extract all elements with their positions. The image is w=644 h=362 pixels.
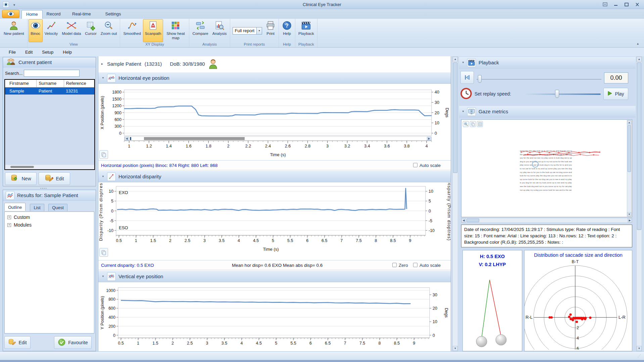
- gaze-vscrollbar[interactable]: ▲ ▼: [627, 120, 632, 217]
- main-vscrollbar[interactable]: ▲ ▼: [452, 56, 458, 351]
- gaze-viewport[interactable]: come see the play look up to cat not my …: [461, 119, 632, 217]
- ribbon-button-zoom-out[interactable]: Zoom out: [99, 19, 119, 42]
- panel2-header[interactable]: ▼ Horizontal disparity: [98, 171, 451, 182]
- patient-table-hscrollbar[interactable]: [5, 165, 94, 169]
- svg-text:10: 10: [433, 319, 437, 324]
- svg-text:Time (s): Time (s): [270, 152, 286, 157]
- ribbon-button-playback[interactable]: Playback: [296, 19, 316, 42]
- application-menu-button[interactable]: [2, 10, 19, 18]
- zero-checkbox[interactable]: [392, 263, 397, 267]
- column-header[interactable]: Firstname: [7, 80, 37, 87]
- autoscale2-checkbox[interactable]: [413, 263, 417, 267]
- ribbon-button-binoc[interactable]: Binoc: [29, 19, 43, 42]
- database-edit-icon: [45, 174, 53, 184]
- minimize-button[interactable]: [611, 1, 620, 7]
- collapse-panel3-icon[interactable]: ▼: [102, 275, 104, 278]
- expand-patient-icon[interactable]: ▼: [100, 62, 104, 65]
- app-window: ▼ Clinical Eye Tracker HomeRecordReal-ti…: [0, 0, 644, 362]
- svg-text:1800: 1800: [112, 90, 121, 95]
- edit-results-button[interactable]: Edit: [4, 336, 31, 349]
- menu-setup[interactable]: Setup: [38, 49, 57, 56]
- collapse-panel1-icon[interactable]: ▼: [102, 76, 104, 79]
- skip-to-start-button[interactable]: [460, 71, 474, 84]
- svg-text:-10: -10: [429, 228, 435, 233]
- ribbon-group-print-reports: Full report▼PrintPrint reports: [230, 19, 279, 47]
- svg-text:2.5: 2.5: [185, 238, 190, 243]
- svg-text:Disparity (Prism dioptres): Disparity (Prism dioptres): [99, 183, 103, 241]
- replay-speed-thumb[interactable]: [555, 90, 559, 98]
- favourite-button[interactable]: Favourite: [54, 336, 92, 349]
- ribbon-tab-record[interactable]: Record: [42, 10, 65, 19]
- results-tab-outline[interactable]: Outline: [4, 203, 26, 211]
- panel1-header[interactable]: ▼ Horizontal eye position: [98, 72, 451, 84]
- fit-screen-button[interactable]: [601, 1, 609, 7]
- panel3-header[interactable]: ▼ Vertical eye position: [98, 271, 451, 282]
- ribbon-button-compare[interactable]: Compare: [190, 19, 210, 42]
- svg-text:1000: 1000: [106, 288, 115, 293]
- svg-text:4: 4: [426, 144, 428, 148]
- playback-slider-thumb[interactable]: [478, 75, 482, 83]
- menu-help[interactable]: Help: [59, 49, 76, 56]
- column-header[interactable]: Reference: [64, 80, 94, 87]
- new-patient-db-button[interactable]: New: [5, 172, 37, 185]
- close-button[interactable]: [633, 1, 642, 7]
- ribbon-button-scanpath[interactable]: Scanpath: [143, 19, 163, 42]
- svg-text:3: 3: [326, 144, 329, 148]
- expand-node-icon[interactable]: +: [7, 223, 11, 227]
- ribbon-button-velocity[interactable]: Velocity: [43, 19, 60, 42]
- current-patient-panel: Current patient Search... FirstnameSurna…: [3, 57, 96, 186]
- svg-text:7.5: 7.5: [356, 238, 361, 243]
- ribbon-tab-settings[interactable]: Settings: [101, 10, 126, 19]
- replay-speed-track[interactable]: [522, 94, 601, 95]
- ribbon-tab-home[interactable]: Home: [21, 10, 43, 19]
- report-type-dropdown-icon[interactable]: ▼: [257, 27, 262, 35]
- expand-node-icon[interactable]: +: [7, 216, 11, 219]
- collapse-ribbon-icon[interactable]: ▼: [636, 42, 639, 46]
- collapse-playback-icon[interactable]: ▼: [462, 61, 464, 64]
- svg-text:3.6: 3.6: [384, 144, 390, 148]
- right-panel-scrollbar[interactable]: ▲ ▼: [636, 56, 642, 351]
- ribbon-button-smoothed[interactable]: Smoothed: [121, 19, 143, 42]
- svg-text:200: 200: [108, 324, 115, 329]
- playback-slider-track[interactable]: [477, 79, 601, 79]
- tree-item-modules[interactable]: +Modules: [7, 222, 94, 228]
- svg-text:4.5: 4.5: [256, 341, 262, 346]
- column-header[interactable]: Surname: [37, 80, 64, 87]
- app-icon[interactable]: [3, 1, 9, 9]
- gaze-hscrollbar[interactable]: ◀ ▶: [461, 218, 632, 223]
- tree-item-custom[interactable]: +Custom: [7, 215, 94, 220]
- collapse-gaze-icon[interactable]: ▼: [462, 110, 464, 113]
- gaze-metrics-header[interactable]: ▼ Gaze metrics: [459, 106, 636, 117]
- ribbon-button-cursor[interactable]: Cursor: [83, 19, 99, 42]
- ribbon-tab-real-time[interactable]: Real-time: [68, 10, 95, 19]
- search-input[interactable]: [24, 70, 80, 77]
- menu-edit[interactable]: Edit: [21, 49, 37, 56]
- ribbon-button-print[interactable]: Print: [263, 19, 278, 42]
- table-row[interactable]: SamplePatient13231: [5, 87, 94, 95]
- results-tab-list[interactable]: List: [30, 204, 44, 211]
- edit-patient-button[interactable]: Edit: [39, 172, 70, 185]
- svg-text:9: 9: [409, 238, 411, 243]
- ribbon-button-analysis[interactable]: Analysis: [210, 19, 229, 42]
- resize-grip[interactable]: ⋰: [638, 354, 641, 358]
- playback-header[interactable]: ▼ Playback: [459, 57, 636, 68]
- menu-file[interactable]: File: [5, 49, 20, 56]
- ribbon-button-help[interactable]: ?Help: [280, 19, 294, 42]
- results-tab-quest[interactable]: Quest: [48, 204, 67, 211]
- ribbon-button-new-patient[interactable]: New patient: [2, 19, 26, 42]
- quick-access-dropdown-icon[interactable]: ▼: [13, 3, 16, 7]
- playback-title: Playback: [479, 60, 499, 65]
- svg-text:L-R: L-R: [618, 315, 626, 320]
- ribbon-button-show-heat-map[interactable]: Show heat map: [163, 19, 188, 42]
- svg-text:-10: -10: [107, 228, 113, 233]
- svg-text:1: 1: [128, 144, 130, 148]
- svg-text:2.5: 2.5: [187, 341, 193, 346]
- maximize-button[interactable]: [622, 1, 631, 7]
- collapse-panel2-icon[interactable]: ▼: [102, 175, 104, 178]
- report-type-select[interactable]: Full report: [233, 27, 257, 35]
- ribbon-group-help: ?HelpHelp: [279, 19, 295, 47]
- svg-text:6.5: 6.5: [321, 238, 327, 243]
- play-button[interactable]: Play: [603, 88, 628, 100]
- ribbon-button-model-data[interactable]: Model data: [60, 19, 83, 42]
- autoscale1-checkbox[interactable]: [413, 163, 417, 167]
